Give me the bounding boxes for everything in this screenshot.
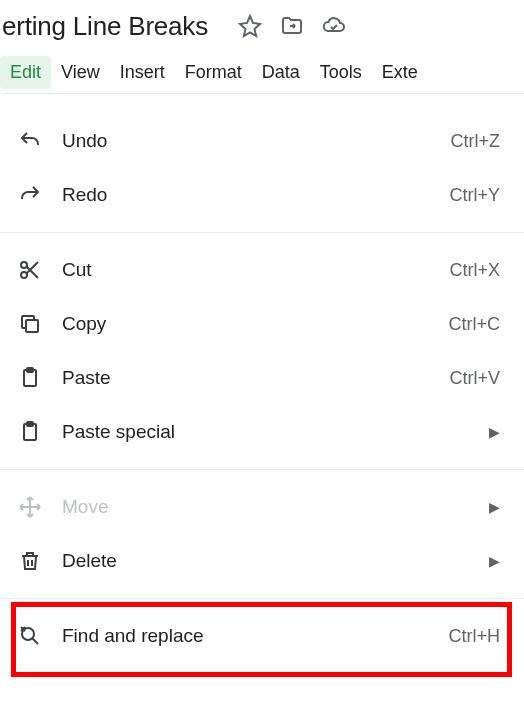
chevron-right-icon: ▶ [489, 553, 500, 569]
menu-item-shortcut: Ctrl+V [449, 368, 500, 389]
star-icon[interactable] [238, 14, 262, 38]
menu-exte[interactable]: Exte [372, 56, 428, 89]
redo-icon [18, 183, 42, 207]
menu-item-label: Paste special [62, 421, 489, 443]
menu-item-redo[interactable]: RedoCtrl+Y [0, 168, 524, 222]
menu-item-delete[interactable]: Delete▶ [0, 534, 524, 588]
chevron-right-icon: ▶ [489, 499, 500, 515]
menu-item-label: Find and replace [62, 625, 448, 647]
move-to-folder-icon[interactable] [280, 14, 304, 38]
menu-item-find-and-replace[interactable]: Find and replaceCtrl+H [0, 609, 524, 663]
cloud-status-icon[interactable] [322, 14, 346, 38]
menu-item-label: Move [62, 496, 489, 518]
move-icon [18, 495, 42, 519]
menu-item-cut[interactable]: CutCtrl+X [0, 243, 524, 297]
menu-insert[interactable]: Insert [110, 56, 175, 89]
copy-icon [18, 312, 42, 336]
menu-data[interactable]: Data [252, 56, 310, 89]
menu-item-shortcut: Ctrl+Y [449, 185, 500, 206]
header-icons [238, 14, 346, 38]
menu-separator [0, 232, 524, 233]
paste-icon [18, 420, 42, 444]
undo-icon [18, 129, 42, 153]
menu-item-shortcut: Ctrl+C [448, 314, 500, 335]
menu-item-shortcut: Ctrl+H [448, 626, 500, 647]
document-title[interactable]: erting Line Breaks [2, 11, 208, 42]
menu-tools[interactable]: Tools [310, 56, 372, 89]
menu-item-label: Undo [62, 130, 451, 152]
menu-item-paste[interactable]: PasteCtrl+V [0, 351, 524, 405]
menu-item-move: Move▶ [0, 480, 524, 534]
menu-separator [0, 598, 524, 599]
menu-separator [0, 469, 524, 470]
menubar: EditViewInsertFormatDataToolsExte [0, 52, 524, 94]
paste-icon [18, 366, 42, 390]
menu-item-shortcut: Ctrl+Z [451, 131, 501, 152]
find-icon [18, 624, 42, 648]
menu-view[interactable]: View [51, 56, 110, 89]
svg-rect-2 [26, 320, 38, 332]
header: erting Line Breaks [0, 0, 524, 52]
menu-item-label: Paste [62, 367, 449, 389]
delete-icon [18, 549, 42, 573]
menu-item-label: Delete [62, 550, 489, 572]
menu-format[interactable]: Format [175, 56, 252, 89]
cut-icon [18, 258, 42, 282]
menu-item-label: Cut [62, 259, 449, 281]
chevron-right-icon: ▶ [489, 424, 500, 440]
menu-item-label: Copy [62, 313, 448, 335]
menu-item-shortcut: Ctrl+X [449, 260, 500, 281]
menu-item-copy[interactable]: CopyCtrl+C [0, 297, 524, 351]
menu-item-label: Redo [62, 184, 449, 206]
menu-item-undo[interactable]: UndoCtrl+Z [0, 114, 524, 168]
edit-dropdown: UndoCtrl+ZRedoCtrl+YCutCtrl+XCopyCtrl+CP… [0, 94, 524, 663]
menu-edit[interactable]: Edit [0, 56, 51, 89]
menu-item-paste-special[interactable]: Paste special▶ [0, 405, 524, 459]
